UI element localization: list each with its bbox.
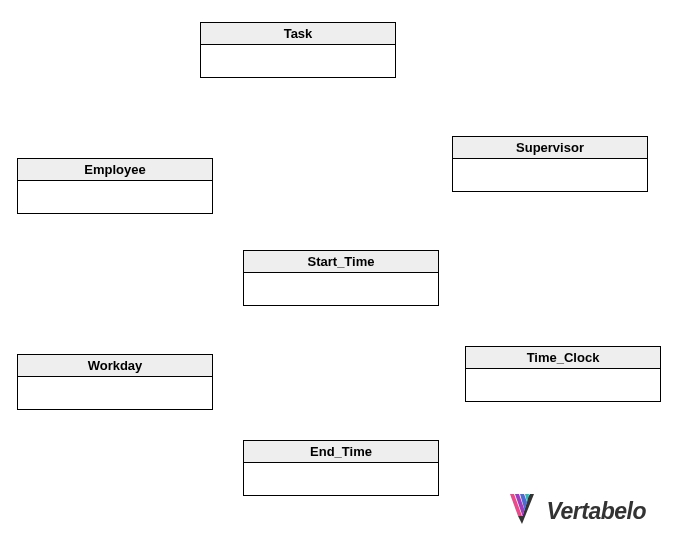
entity-start-time-header: Start_Time <box>244 251 438 273</box>
entity-workday-header: Workday <box>18 355 212 377</box>
brand-logo: Vertabelo <box>507 492 646 530</box>
entity-end-time-header: End_Time <box>244 441 438 463</box>
entity-end-time[interactable]: End_Time <box>243 440 439 496</box>
entity-time-clock[interactable]: Time_Clock <box>465 346 661 402</box>
entity-supervisor-body <box>453 159 647 193</box>
entity-task-body <box>201 45 395 79</box>
entity-workday-body <box>18 377 212 411</box>
brand-name: Vertabelo <box>547 498 646 525</box>
entity-employee[interactable]: Employee <box>17 158 213 214</box>
entity-supervisor-header: Supervisor <box>453 137 647 159</box>
entity-time-clock-header: Time_Clock <box>466 347 660 369</box>
entity-task[interactable]: Task <box>200 22 396 78</box>
entity-workday[interactable]: Workday <box>17 354 213 410</box>
entity-supervisor[interactable]: Supervisor <box>452 136 648 192</box>
entity-employee-body <box>18 181 212 215</box>
entity-end-time-body <box>244 463 438 497</box>
vertabelo-logo-icon <box>507 492 541 530</box>
entity-task-header: Task <box>201 23 395 45</box>
entity-start-time[interactable]: Start_Time <box>243 250 439 306</box>
entity-start-time-body <box>244 273 438 307</box>
entity-time-clock-body <box>466 369 660 403</box>
entity-employee-header: Employee <box>18 159 212 181</box>
